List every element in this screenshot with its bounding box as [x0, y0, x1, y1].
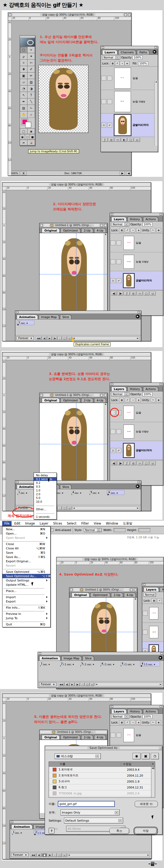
blend-mode-select[interactable]: Normal — [144, 593, 156, 597]
file-menu-item[interactable] — [2, 603, 50, 606]
file-menu-item[interactable] — [2, 540, 50, 542]
lock-move-icon[interactable]: ⌖ — [131, 398, 135, 402]
layer-name[interactable]: 눈썹 copy — [132, 100, 145, 103]
tool-button[interactable]: ✄ — [28, 60, 35, 66]
menu-bar-item[interactable]: Layer — [38, 521, 50, 526]
tool-button[interactable]: ⌕ — [28, 111, 35, 118]
screen-mode-standard-icon[interactable]: ▣ — [20, 134, 25, 140]
loop-select[interactable]: Forever▾ — [16, 336, 34, 340]
file-menu-item[interactable]: Close All ⌥⌘W — [2, 546, 50, 551]
doc-tab[interactable]: Original — [42, 735, 60, 739]
palette-tab[interactable]: Actions — [143, 217, 158, 221]
unify-visibility-icon[interactable]: ◉ — [157, 398, 161, 402]
layer-name[interactable]: 눈썹 copy — [136, 430, 149, 433]
doc-vscroll[interactable]: ▲ — [104, 233, 107, 320]
step-back-button[interactable]: ◀| — [37, 853, 42, 857]
list-scrollbar[interactable]: ▲ — [151, 767, 155, 797]
layer-name[interactable]: 금발머리여자 — [136, 448, 152, 452]
palette-button[interactable]: ⊔ — [150, 291, 156, 296]
duplicate-frame-button[interactable]: ▢ — [62, 336, 67, 340]
doc-tab[interactable]: Original — [72, 592, 89, 597]
lock-icon[interactable]: ▦ — [110, 61, 115, 65]
delete-frame-button[interactable]: ⊔ — [62, 853, 67, 857]
file-row[interactable]: 2.토마토토이즈 2004.11.20 — [49, 773, 155, 778]
lock-all-icon[interactable]: ◈ — [136, 720, 141, 724]
layer-row[interactable] — [142, 623, 164, 642]
layer-row[interactable]: 눈썹 copy — [101, 90, 158, 114]
close-box-icon[interactable] — [70, 588, 73, 591]
file-menu-item[interactable]: Place... — [2, 589, 50, 593]
menu-bar-item[interactable]: Image — [23, 521, 37, 526]
collapse-box-icon[interactable] — [128, 13, 131, 16]
file-menu-item[interactable]: Export — [2, 599, 50, 603]
palette-button[interactable]: ▢ — [143, 461, 149, 465]
animation-frame[interactable]: 1 ∴1 sec. ▾ — [40, 662, 59, 666]
visibility-toggle[interactable] — [111, 241, 115, 245]
lock-all-icon[interactable]: ◈ — [136, 228, 141, 232]
collapse-box-icon[interactable] — [104, 224, 107, 227]
palette-button[interactable]: |▶ — [118, 291, 123, 296]
file-menu-item[interactable]: Save Optimized As... ⌥⇧⌘S — [2, 574, 50, 578]
layer-name[interactable]: 입술 — [136, 241, 141, 245]
animation-frame[interactable]: 3 ∴0.1 sec. ▾ — [80, 662, 99, 666]
lock-all-icon[interactable]: ◈ — [136, 398, 141, 402]
fill-value[interactable]: 100% — [138, 61, 148, 65]
animation-frame[interactable]: 5 ∴1 sec. ▾ — [89, 490, 106, 495]
lock-icon[interactable]: ◈ — [125, 61, 129, 65]
file-menu-item[interactable]: Close ⌘W — [2, 542, 50, 546]
blend-mode-select[interactable]: Normal÷ — [102, 56, 120, 60]
palette-tab[interactable]: Layers — [111, 386, 127, 391]
doc-tab[interactable]: Optimized — [60, 398, 80, 402]
tool-button[interactable]: ⌖ — [28, 46, 35, 53]
unify-visibility-icon[interactable]: ◉ — [157, 228, 161, 232]
palette-tab[interactable]: Layers — [111, 709, 127, 714]
blend-mode-select[interactable]: Normal÷ — [111, 392, 129, 396]
file-menu-item[interactable]: Save ⌘S — [2, 551, 50, 555]
layer-row[interactable]: ⊙ ✐ 금발머리여자 — [101, 114, 158, 137]
export-icon[interactable]: ➦ — [20, 140, 28, 145]
new-folder-button[interactable]: 새로운 🗀 — [135, 801, 158, 807]
tool-button[interactable]: ▱ — [20, 79, 28, 86]
palette-tab[interactable]: Histo — [160, 587, 164, 592]
frame-scrollbar[interactable]: ◀▶ — [95, 683, 162, 686]
layer-row[interactable]: 눈썹 copy — [110, 252, 163, 271]
doc-tab[interactable]: Original — [42, 228, 60, 232]
tool-button[interactable]: ╲ — [28, 98, 35, 105]
animation-frame[interactable]: 4 ∴1 sec. ▾ — [71, 490, 88, 495]
palette-button[interactable]: ◎ — [108, 138, 114, 142]
menu-bar-item[interactable]: Slices — [51, 521, 64, 526]
animation-tab[interactable]: Image Map — [39, 315, 59, 319]
palette-button[interactable]: ▭ — [115, 138, 121, 142]
palette-button[interactable]: ◐ — [121, 138, 127, 142]
stop-button[interactable]: ■ — [42, 853, 47, 857]
delay-menu-item[interactable]: 10.0 — [34, 500, 56, 503]
menu-bar-item[interactable]: 도움말 — [121, 521, 134, 526]
palette-button[interactable]: ƒ — [124, 291, 130, 296]
layer-thumbnail[interactable] — [123, 425, 134, 439]
tool-button[interactable]: ▢ — [20, 46, 28, 53]
zoom-box-icon[interactable] — [124, 13, 127, 16]
layer-thumbnail[interactable] — [114, 68, 131, 89]
tool-button[interactable]: ▥ — [28, 79, 35, 86]
layer-row[interactable]: 입술 — [101, 67, 158, 90]
blend-mode-select[interactable]: Normal÷ — [111, 222, 129, 226]
palette-button[interactable]: ◀| — [111, 461, 117, 465]
tool-button[interactable]: ✁ — [28, 105, 35, 111]
doc-tab[interactable]: 2-Up — [111, 592, 123, 597]
play-button[interactable]: ▶ — [70, 683, 75, 686]
delay-menu-item[interactable]: Other… — [34, 507, 56, 511]
tool-button[interactable]: ✐ — [28, 66, 35, 72]
animation-tab[interactable]: Animation — [11, 824, 33, 829]
rewind-button[interactable]: ◀◀ — [58, 683, 64, 686]
menu-bar-item[interactable]: Filter — [79, 521, 91, 526]
standard-mode-icon[interactable]: ◯ — [20, 129, 28, 134]
lock-move-icon[interactable]: ⌖ — [131, 228, 135, 232]
animation-tab[interactable]: Slice — [60, 315, 72, 319]
palette-button[interactable]: ⊔ — [150, 461, 156, 465]
visibility-toggle[interactable] — [101, 76, 106, 81]
palette-button[interactable]: ƒ — [102, 138, 108, 142]
delay-menu-item[interactable]: 0.1 seconds — [34, 477, 56, 481]
tool-button[interactable]: T — [28, 92, 35, 98]
file-row[interactable]: 7f783006_m.jpg 2005.2.4 — [49, 790, 155, 796]
palette-button[interactable]: ▭ — [137, 291, 143, 296]
